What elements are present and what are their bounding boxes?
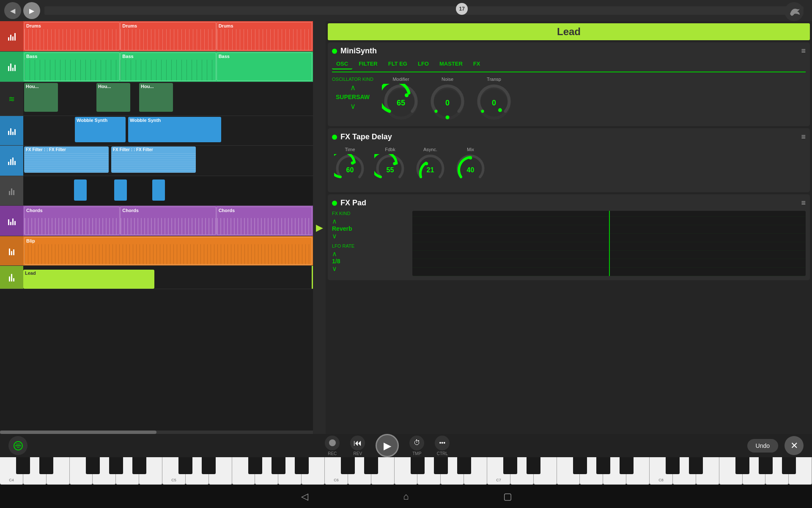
drums-block-3[interactable]: Drums: [217, 22, 312, 50]
chords-block-1[interactable]: Chords: [24, 207, 120, 235]
rev-button[interactable]: ⏮ REV: [350, 436, 365, 456]
tab-osc[interactable]: OSC: [332, 59, 352, 69]
timeline-bar[interactable]: 17: [44, 6, 804, 15]
transp-knob[interactable]: 0: [475, 84, 513, 122]
lead-track-content[interactable]: Lead: [23, 266, 313, 289]
piano-keys-container[interactable]: C4C5C6C7C8: [0, 457, 812, 485]
black-key-19[interactable]: [457, 457, 471, 474]
lfo-rate-down[interactable]: ∨: [332, 265, 408, 273]
fx-filter-track-content[interactable]: FX Filter : : FX Filter FX Filter : : FX…: [23, 146, 313, 176]
chords-track-content[interactable]: Chords Chords Chords: [23, 206, 313, 236]
fx-pad-indicator[interactable]: [332, 201, 337, 206]
tab-master[interactable]: MASTER: [435, 59, 467, 69]
home-button[interactable]: ⌂: [398, 488, 414, 505]
async-knob[interactable]: 21: [414, 154, 446, 186]
tab-fx[interactable]: FX: [469, 59, 485, 69]
black-key-29[interactable]: [689, 457, 703, 474]
close-button[interactable]: ✕: [785, 436, 804, 455]
bass-track-content[interactable]: Bass Bass Bass: [23, 52, 313, 82]
drums-block-1[interactable]: Drums: [24, 22, 120, 50]
black-key-4[interactable]: [109, 457, 123, 474]
minisynth-menu[interactable]: ≡: [801, 47, 806, 55]
black-key-3[interactable]: [86, 457, 100, 474]
time-knob[interactable]: 60: [334, 154, 366, 186]
chords-track-header[interactable]: [0, 206, 23, 236]
rec-button[interactable]: REC: [325, 436, 340, 456]
wobble-block-1[interactable]: Wobble Synth: [75, 117, 126, 142]
black-key-14[interactable]: [341, 457, 355, 474]
wobble-block-2[interactable]: Wobble Synth: [128, 117, 221, 142]
osc-kind-up[interactable]: ∧: [350, 84, 356, 91]
back-button[interactable]: ◁: [296, 488, 313, 505]
scroll-bar[interactable]: [0, 431, 313, 434]
blip-track-content[interactable]: Blip: [23, 236, 313, 265]
house-block-1[interactable]: Hou...: [24, 83, 58, 112]
black-key-10[interactable]: [248, 457, 262, 474]
black-key-32[interactable]: [759, 457, 773, 474]
bass-block-1[interactable]: Bass: [24, 52, 120, 81]
black-key-17[interactable]: [411, 457, 425, 474]
black-key-8[interactable]: [202, 457, 216, 474]
house-block-3[interactable]: Hou...: [139, 83, 173, 112]
black-key-0[interactable]: [16, 457, 30, 474]
fx-tape-delay-indicator[interactable]: [332, 135, 337, 140]
prev-button[interactable]: ◀: [4, 2, 21, 19]
house-track-header[interactable]: ≋: [0, 82, 23, 116]
blip-track-header[interactable]: [0, 236, 23, 265]
wobble-track-content[interactable]: Wobble Synth Wobble Synth: [23, 116, 313, 145]
minisynth-indicator[interactable]: [332, 49, 337, 54]
black-key-33[interactable]: [782, 457, 796, 474]
osc-kind-down[interactable]: ∨: [350, 102, 356, 110]
lead-block-1[interactable]: Lead: [23, 270, 154, 289]
house-block-2[interactable]: Hou...: [96, 83, 130, 112]
midi-block-1[interactable]: [74, 179, 87, 201]
tab-filter[interactable]: FILTER: [354, 59, 382, 69]
black-key-5[interactable]: [132, 457, 146, 474]
noise-knob[interactable]: 0: [428, 84, 466, 122]
house-track-content[interactable]: Hou... Hou... Hou...: [23, 82, 313, 116]
black-key-28[interactable]: [666, 457, 680, 474]
black-key-12[interactable]: [295, 457, 309, 474]
black-key-11[interactable]: [272, 457, 285, 474]
black-key-26[interactable]: [620, 457, 634, 474]
tmp-button[interactable]: ⏱ TMP: [409, 436, 424, 456]
undo-button[interactable]: Undo: [747, 439, 778, 453]
modifier-knob[interactable]: 65: [382, 84, 420, 122]
recent-button[interactable]: ▢: [499, 488, 516, 505]
chords-block-3[interactable]: Chords: [217, 207, 312, 235]
black-key-25[interactable]: [596, 457, 610, 474]
midi-block-3[interactable]: [152, 179, 165, 201]
play-button-main[interactable]: ▶: [376, 434, 399, 457]
play-top-button[interactable]: ▶: [23, 2, 40, 19]
midi-track-header[interactable]: [0, 176, 23, 205]
fx-filter-block-1[interactable]: FX Filter : : FX Filter: [24, 146, 109, 173]
midi-block-2[interactable]: [114, 179, 127, 201]
bass-block-2[interactable]: Bass: [120, 52, 216, 81]
wobble-track-header[interactable]: [0, 116, 23, 145]
fx-pad-grid[interactable]: [412, 211, 806, 276]
blip-block-1[interactable]: Blip: [24, 237, 312, 265]
lead-track-header[interactable]: [0, 266, 23, 289]
ctrl-button[interactable]: ••• CTRL: [435, 436, 450, 456]
fx-tape-delay-menu[interactable]: ≡: [801, 133, 806, 141]
black-key-24[interactable]: [573, 457, 587, 474]
fx-filter-block-2[interactable]: FX Filter : : FX Filter: [111, 146, 196, 173]
tab-lfo[interactable]: LFO: [414, 59, 433, 69]
fx-pad-menu[interactable]: ≡: [801, 199, 806, 207]
midi-track-content[interactable]: [23, 176, 313, 205]
black-key-1[interactable]: [39, 457, 53, 474]
chords-block-2[interactable]: Chords: [120, 207, 216, 235]
black-key-7[interactable]: [178, 457, 192, 474]
black-key-21[interactable]: [503, 457, 517, 474]
scroll-thumb[interactable]: [0, 431, 156, 434]
fx-kind-up[interactable]: ∧: [332, 217, 408, 225]
fx-filter-track-header[interactable]: [0, 146, 23, 176]
black-key-15[interactable]: [364, 457, 378, 474]
drums-track-header[interactable]: [0, 21, 23, 51]
bass-track-header[interactable]: [0, 52, 23, 82]
black-key-18[interactable]: [434, 457, 448, 474]
fdbk-knob[interactable]: 55: [374, 154, 406, 186]
tab-flt-eg[interactable]: FLT EG: [384, 59, 411, 69]
black-key-31[interactable]: [735, 457, 749, 474]
black-key-22[interactable]: [527, 457, 540, 474]
